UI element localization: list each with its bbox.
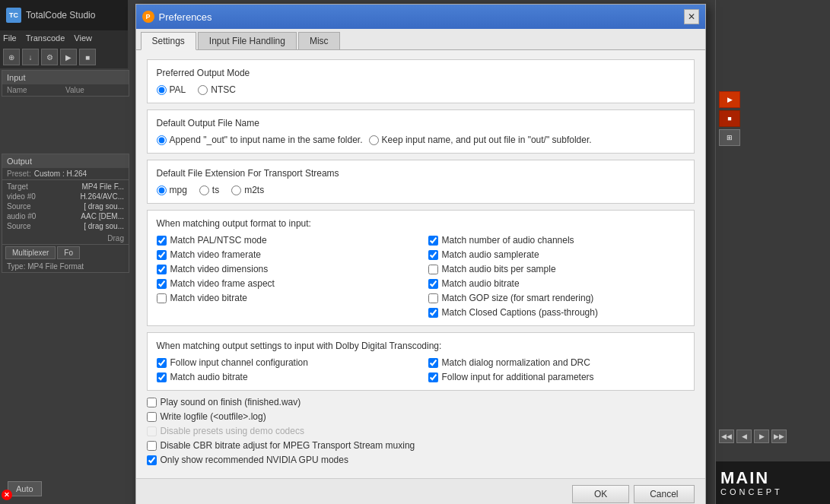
ts-label: ts [212, 185, 219, 195]
checkbox-match-audio-bitrate[interactable]: Match audio bitrate [428, 278, 685, 289]
dialog-footer: OK Cancel [136, 478, 705, 504]
section-title-output-mode: Preferred Output Mode [157, 68, 685, 78]
match-pal-ntsc-label: Match PAL/NTSC mode [170, 235, 267, 246]
radio-ntsc[interactable]: NTSC [198, 84, 236, 95]
match-audio-bitrate-dolby-label: Match audio bitrate [170, 372, 248, 382]
radio-keep-input-name[interactable]: Keep input name, and put out file in "ou… [369, 135, 592, 145]
output-audio-label: audio #0 [7, 212, 36, 220]
nav-btn-4[interactable]: ▶▶ [771, 430, 787, 443]
checkbox-match-num-audio-channels[interactable]: Match number of audio channels [428, 235, 685, 246]
nav-btn-3[interactable]: ▶ [754, 430, 769, 443]
preset-value: Custom : H.264 [34, 170, 87, 178]
auto-button[interactable]: Auto [8, 481, 42, 496]
menu-view[interactable]: View [74, 33, 92, 43]
radio-pal[interactable]: PAL [157, 84, 186, 95]
match-video-frame-aspect-label: Match video frame aspect [170, 278, 275, 289]
checkbox-match-pal-ntsc[interactable]: Match PAL/NTSC mode [157, 235, 413, 246]
input-panel: Input Name Value [2, 70, 129, 97]
checkbox-match-audio-bits-per-sample[interactable]: Match audio bits per sample [428, 264, 685, 274]
drag-label: Drag [2, 233, 129, 244]
match-closed-captions-label: Match Closed Captions (pass-through) [442, 307, 598, 318]
match-audio-samplerate-label: Match audio samplerate [442, 249, 539, 260]
checkbox-disable-presets[interactable]: Disable presets using demo codecs [147, 426, 695, 436]
dialog-title: Preferences [159, 11, 212, 23]
preset-label-text: Preset: [7, 170, 31, 178]
tab-settings[interactable]: Settings [141, 32, 196, 50]
output-source2-label: Source [7, 222, 31, 230]
matching-output-grid: Match PAL/NTSC mode Match number of audi… [157, 235, 685, 318]
match-audio-bitrate-label: Match audio bitrate [442, 278, 520, 289]
checkbox-match-video-dimensions[interactable]: Match video dimensions [157, 264, 413, 274]
tab-input-file-handling[interactable]: Input File Handling [198, 32, 297, 49]
ntsc-label: NTSC [211, 84, 236, 95]
checkbox-match-video-framerate[interactable]: Match video framerate [157, 249, 413, 260]
checkbox-match-dialog-normalization[interactable]: Match dialog normalization and DRC [428, 357, 685, 368]
nav-btn-2[interactable]: ◀ [736, 430, 752, 443]
checkbox-only-show-nvidia[interactable]: Only show recommended NVIDIA GPU modes [147, 455, 695, 465]
checkbox-match-audio-bitrate-dolby[interactable]: Match audio bitrate [157, 372, 413, 382]
checkbox-match-gop-size[interactable]: Match GOP size (for smart rendering) [428, 293, 685, 303]
output-audio-value: AAC [DEM... [81, 212, 124, 220]
section-title-matching-output: When matching output format to input: [157, 218, 685, 229]
dialog-title-left: P Preferences [142, 11, 212, 23]
single-checkboxes-section: Play sound on finish (finished.wav) Writ… [147, 397, 695, 465]
radio-m2ts[interactable]: m2ts [231, 185, 264, 195]
toolbar-btn-play[interactable]: ▶ [60, 49, 77, 65]
toolbar-btn-2[interactable]: ↓ [22, 49, 39, 65]
menu-file[interactable]: File [3, 33, 17, 43]
menu-transcode[interactable]: Transcode [26, 33, 65, 43]
error-indicator: ✕ [2, 490, 12, 500]
radio-mpg[interactable]: mpg [157, 185, 187, 195]
dialog-titlebar: P Preferences ✕ [136, 5, 705, 29]
icon-btn-3[interactable]: ⊞ [719, 129, 740, 146]
only-show-nvidia-label: Only show recommended NVIDIA GPU modes [161, 455, 348, 465]
dialog-icon: P [142, 11, 154, 23]
dialog-close-button[interactable]: ✕ [684, 9, 699, 24]
icon-btn-1[interactable]: ▶ [719, 91, 740, 108]
section-title-dolby: When matching output settings to input w… [157, 341, 685, 351]
section-preferred-output-mode: Preferred Output Mode PAL NTSC [147, 59, 695, 103]
checkbox-match-closed-captions[interactable]: Match Closed Captions (pass-through) [428, 307, 685, 318]
multiplexer-btn[interactable]: Multiplexer [5, 246, 56, 259]
output-panel: Output Preset: Custom : H.264 Target MP4… [2, 154, 129, 273]
cancel-button[interactable]: Cancel [634, 485, 694, 503]
output-target-value: MP4 File F... [81, 182, 124, 191]
tab-misc[interactable]: Misc [298, 32, 340, 49]
checkbox-match-audio-samplerate[interactable]: Match audio samplerate [428, 249, 685, 260]
concept-label: CONCEPT [720, 487, 825, 496]
checkbox-play-sound[interactable]: Play sound on finish (finished.wav) [147, 397, 695, 407]
radio-row-file-extension: mpg ts m2ts [157, 185, 685, 195]
toolbar-btn-1[interactable]: ⊕ [3, 49, 20, 65]
checkbox-follow-input-channel[interactable]: Follow input channel configuration [157, 357, 413, 368]
app-titlebar: TC TotalCode Studio [0, 0, 128, 30]
output-source1-label: Source [7, 202, 31, 211]
keep-input-name-label: Keep input name, and put out file in "ou… [382, 135, 592, 145]
toolbar-btn-3[interactable]: ⚙ [41, 49, 58, 65]
input-col-value: Value [65, 86, 124, 94]
input-header: Input [2, 71, 129, 84]
radio-append-out[interactable]: Append "_out" to input name in the same … [157, 135, 363, 145]
match-num-audio-channels-label: Match number of audio channels [442, 235, 574, 246]
toolbar-btn-stop[interactable]: ■ [79, 49, 96, 65]
checkbox-match-video-bitrate[interactable]: Match video bitrate [157, 293, 413, 303]
section-dolby-digital: When matching output settings to input w… [147, 332, 695, 391]
disable-presets-label: Disable presets using demo codecs [161, 426, 304, 436]
bottom-nav: ◀◀ ◀ ▶ ▶▶ [719, 430, 787, 443]
fo-btn[interactable]: Fo [57, 246, 80, 259]
m2ts-label: m2ts [244, 185, 264, 195]
nav-btn-1[interactable]: ◀◀ [719, 430, 734, 443]
icon-btn-2[interactable]: ■ [719, 110, 740, 127]
checkbox-match-video-frame-aspect[interactable]: Match video frame aspect [157, 278, 413, 289]
toolbar: ⊕ ↓ ⚙ ▶ ■ [0, 46, 128, 68]
radio-ts[interactable]: ts [199, 185, 219, 195]
checkbox-follow-input-additional[interactable]: Follow input for additional parameters [428, 372, 685, 382]
checkbox-write-logfile[interactable]: Write logfile (<outfile>.log) [147, 411, 695, 422]
match-video-bitrate-label: Match video bitrate [170, 293, 247, 303]
dialog-overlay: P Preferences ✕ Settings Input File Hand… [126, 0, 715, 504]
section-default-output-file-name: Default Output File Name Append "_out" t… [147, 109, 695, 154]
ok-button[interactable]: OK [572, 485, 629, 503]
mpg-label: mpg [170, 185, 187, 195]
app-logo: TC [6, 8, 21, 23]
checkbox-disable-cbr[interactable]: Disable CBR bitrate adjust for MPEG Tran… [147, 440, 695, 451]
play-sound-label: Play sound on finish (finished.wav) [161, 397, 301, 407]
